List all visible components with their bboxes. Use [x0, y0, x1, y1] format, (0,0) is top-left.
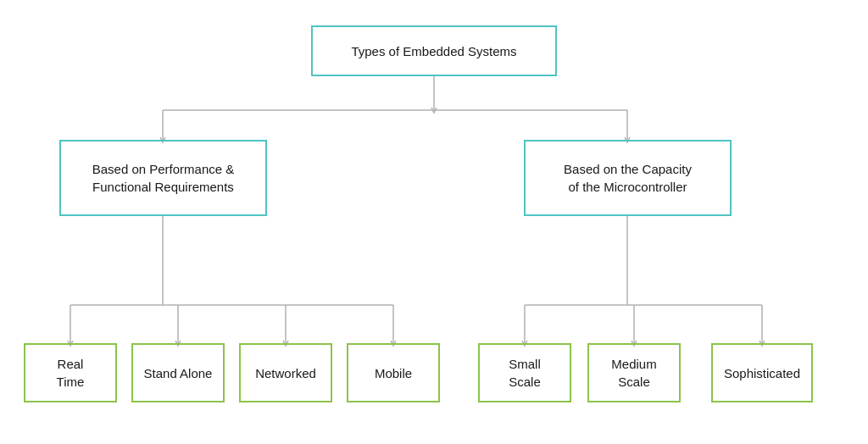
realtime-label: RealTime — [57, 355, 85, 391]
medium-box: MediumScale — [587, 343, 681, 402]
perf-box: Based on Performance &Functional Require… — [59, 140, 267, 216]
medium-label: MediumScale — [611, 355, 656, 391]
root-box: Types of Embedded Systems — [311, 25, 557, 76]
cap-label: Based on the Capacityof the Microcontrol… — [564, 160, 692, 196]
cap-box: Based on the Capacityof the Microcontrol… — [524, 140, 732, 216]
diagram: Types of Embedded Systems Based on Perfo… — [0, 0, 868, 444]
small-box: SmallScale — [478, 343, 571, 402]
sophisticated-box: Sophisticated — [711, 343, 813, 402]
root-label: Types of Embedded Systems — [351, 42, 516, 60]
sophisticated-label: Sophisticated — [724, 364, 800, 382]
mobile-label: Mobile — [375, 364, 412, 382]
networked-label: Networked — [255, 364, 316, 382]
small-label: SmallScale — [509, 355, 541, 391]
networked-box: Networked — [239, 343, 332, 402]
standalone-box: Stand Alone — [131, 343, 225, 402]
standalone-label: Stand Alone — [144, 364, 213, 382]
realtime-box: RealTime — [24, 343, 117, 402]
mobile-box: Mobile — [347, 343, 440, 402]
perf-label: Based on Performance &Functional Require… — [92, 160, 235, 196]
